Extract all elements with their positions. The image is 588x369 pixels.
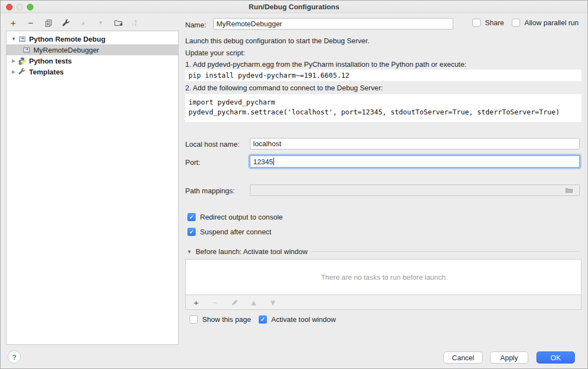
activate-tool-window-checkbox[interactable]: ✓ [259, 315, 267, 324]
port-label: Port: [185, 158, 200, 166]
path-mappings-label: Path mappings: [185, 187, 235, 195]
port-value: 12345 [253, 158, 273, 166]
window-title: Run/Debug Configurations [1, 3, 587, 11]
before-launch-task-list: There are no tasks to run before launch [185, 259, 581, 295]
new-folder-icon[interactable] [113, 18, 123, 28]
port-input[interactable]: 12345 [250, 155, 580, 168]
chevron-down-icon[interactable]: ▼ [187, 249, 192, 255]
edit-task-icon[interactable] [230, 297, 239, 307]
redirect-output-checkbox[interactable]: ✓ [187, 213, 196, 221]
suspend-after-connect-option: ✓ Suspend after connect [187, 228, 271, 236]
name-label: Name: [185, 21, 206, 29]
move-task-down-icon[interactable]: ▼ [268, 297, 278, 307]
chevron-down-icon[interactable]: ▼ [10, 36, 18, 42]
copy-configuration-icon[interactable] [43, 18, 53, 28]
share-checkbox[interactable] [472, 19, 481, 27]
code-line-import: import pydevd_pycharm [189, 97, 581, 107]
suspend-after-connect-label: Suspend after connect [200, 228, 271, 236]
tree-item-templates[interactable]: ▶ Templates [7, 66, 178, 77]
remote-debug-config-icon [22, 45, 31, 54]
add-task-icon[interactable]: + [191, 297, 201, 307]
remove-configuration-icon[interactable]: − [26, 18, 36, 28]
add-configuration-icon[interactable]: + [8, 18, 18, 28]
share-label: Share [485, 19, 504, 27]
path-mappings-input[interactable] [250, 184, 580, 196]
help-button[interactable]: ? [8, 350, 21, 364]
settrace-code-block: import pydevd_pycharm pydevd_pycharm.set… [185, 94, 581, 122]
move-task-up-icon[interactable]: ▲ [249, 297, 259, 307]
description-launch-line: Launch this debug configuration to start… [185, 37, 369, 45]
cancel-button[interactable]: Cancel [443, 351, 483, 364]
tree-item-python-tests[interactable]: ▶ Python tests [7, 55, 178, 66]
empty-tasks-message: There are no tasks to run before launch [321, 273, 446, 281]
pip-command-text: pip install pydevd-pycharm~=191.6605.12 [189, 71, 581, 80]
tree-item-label: MyRemoteDebugger [33, 46, 99, 54]
before-launch-toolbar: + − ▲ ▼ [185, 295, 581, 310]
configurations-tree: ▼ Python Remote Debug MyRemoteDebugger [6, 31, 179, 345]
code-line-settrace: pydevd_pycharm.settrace('localhost', por… [189, 107, 581, 117]
sort-configurations-icon[interactable]: ↓ az [131, 19, 136, 27]
allow-parallel-run-label: Allow parallel run [524, 19, 579, 27]
python-tests-icon [18, 56, 26, 65]
apply-button[interactable]: Apply [490, 351, 528, 364]
redirect-output-label: Redirect output to console [200, 213, 283, 221]
run-debug-configurations-dialog: Run/Debug Configurations + − ▲ ▼ ↓ [0, 0, 588, 369]
redirect-output-option: ✓ Redirect output to console [187, 213, 283, 221]
name-input[interactable] [213, 18, 453, 30]
tree-item-python-remote-debug[interactable]: ▼ Python Remote Debug [7, 33, 178, 44]
show-this-page-label: Show this page [202, 315, 251, 324]
show-this-page-option: Show this page [190, 315, 251, 324]
show-this-page-checkbox[interactable] [190, 315, 198, 324]
title-bar: Run/Debug Configurations [1, 1, 587, 13]
tree-item-label: Python tests [29, 57, 72, 65]
move-up-icon[interactable]: ▲ [78, 18, 88, 28]
tree-item-label: Templates [29, 68, 64, 76]
remove-task-icon[interactable]: − [210, 297, 220, 307]
configurations-toolbar: + − ▲ ▼ ↓ az [8, 17, 136, 29]
local-host-name-label: Local host name: [185, 140, 239, 148]
tree-item-myremotedebugger[interactable]: MyRemoteDebugger [7, 44, 178, 55]
remote-debug-config-icon [18, 34, 26, 43]
tree-item-label: Python Remote Debug [29, 35, 105, 43]
before-launch-title: Before launch: Activate tool window [196, 247, 308, 256]
move-down-icon[interactable]: ▼ [96, 18, 106, 28]
allow-parallel-run-checkbox[interactable] [512, 19, 520, 27]
templates-wrench-icon [18, 67, 26, 76]
local-host-name-input[interactable] [250, 138, 580, 149]
activate-tool-window-option: ✓ Activate tool window [259, 315, 336, 324]
share-option: Share [472, 19, 504, 27]
pip-install-command: pip install pydevd-pycharm~=191.6605.12 [185, 70, 581, 81]
section-divider [311, 251, 580, 252]
help-question-icon: ? [12, 353, 16, 361]
chevron-right-icon[interactable]: ▶ [10, 69, 18, 74]
allow-parallel-run-option: Allow parallel run [512, 19, 579, 27]
description-step2: 2. Add the following command to connect … [185, 84, 383, 92]
suspend-after-connect-checkbox[interactable]: ✓ [187, 228, 196, 236]
description-update-line: Update your script: [185, 49, 245, 57]
before-launch-header: ▼ Before launch: Activate tool window [187, 247, 580, 256]
folder-browse-icon[interactable] [564, 186, 573, 195]
chevron-right-icon[interactable]: ▶ [10, 58, 18, 64]
edit-templates-icon[interactable] [61, 18, 71, 28]
description-step1: 1. Add pydevd-pycharm.egg from the PyCha… [185, 60, 466, 68]
text-cursor [273, 158, 274, 165]
activate-tool-window-label: Activate tool window [271, 315, 336, 324]
ok-button[interactable]: OK [536, 351, 575, 364]
